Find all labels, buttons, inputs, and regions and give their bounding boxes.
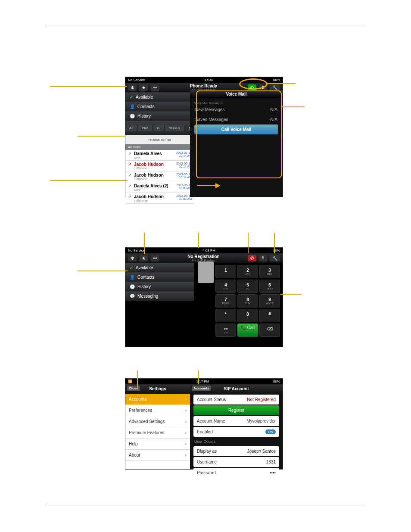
reg-status: No Registration xyxy=(160,254,247,259)
call-button[interactable]: 📞 Call xyxy=(237,324,258,337)
user-details-header: User Details xyxy=(190,438,283,445)
settings-item[interactable]: Help› xyxy=(125,439,190,450)
settings-item[interactable]: About› xyxy=(125,450,190,461)
name-value: Myvoipprovider xyxy=(246,419,276,423)
nav-contacts[interactable]: 👤Contacts xyxy=(125,272,194,282)
phone-status: Phone Ready xyxy=(160,84,247,88)
key-3[interactable]: 3DEF xyxy=(259,265,280,278)
tab-missed[interactable]: Missed xyxy=(165,125,184,131)
vm-icon[interactable]: ⚯ xyxy=(151,255,159,261)
password-label: Password xyxy=(197,470,216,475)
nav-messaging[interactable]: 💬Messaging xyxy=(125,291,194,301)
key-2[interactable]: 2ABC xyxy=(237,265,258,278)
voicemail-panel: Voice Mail Voice Mail Messages New Messa… xyxy=(190,90,283,197)
key-#[interactable]: # xyxy=(259,309,280,322)
screenshot-dialpad: No Service 4:08 PM 80% ✻ ★ ⚯ No Registra… xyxy=(125,247,283,347)
star-icon[interactable]: ★ xyxy=(139,255,148,261)
key-5[interactable]: 5JKL xyxy=(237,280,258,293)
calls-header: All Calls xyxy=(125,144,194,150)
settings-item[interactable]: Preferences› xyxy=(125,405,190,416)
call-icon[interactable]: ✆ xyxy=(248,255,256,261)
settings-item[interactable]: Accounts› xyxy=(125,394,190,405)
settings-item[interactable]: Advanced Settings› xyxy=(125,416,190,427)
vm-new-label: New Messages xyxy=(195,107,224,112)
status-service: No Service xyxy=(128,78,145,82)
tab-in[interactable]: In xyxy=(153,125,165,131)
key-0[interactable]: 0+ xyxy=(237,309,258,322)
key-9[interactable]: 9WXYZ xyxy=(259,294,280,308)
nav-available[interactable]: ✔Available xyxy=(125,92,194,102)
call-row[interactable]: ↗Jacob Hudsonsoftphone2013-06-1310:14 AM xyxy=(125,161,194,171)
screenshot-settings: 📶 1:17 PM 80% Close Settings Accounts›Pr… xyxy=(125,378,283,470)
sip-panel: Accounts SIP Account Account StatusNot R… xyxy=(190,384,283,469)
vm-saved-label: Saved Messages xyxy=(195,117,228,122)
enabled-toggle[interactable]: ON xyxy=(265,429,276,434)
settings-sidebar: Close Settings Accounts›Preferences›Adva… xyxy=(125,384,190,469)
vm-section: Voice Mail Messages xyxy=(194,102,278,105)
nav-history[interactable]: 🕘History xyxy=(125,111,194,121)
username-value: 1331 xyxy=(266,460,276,464)
key-8[interactable]: 8TUV xyxy=(237,294,258,308)
vm-title: Voice Mail xyxy=(190,90,283,98)
name-label: Account Name xyxy=(197,419,225,423)
call-vm-button[interactable]: Call Voice Mail xyxy=(194,124,278,134)
wrench-icon[interactable]: 🔧 xyxy=(270,255,280,261)
display-label: Display as xyxy=(197,449,217,454)
star-icon[interactable]: ★ xyxy=(139,84,148,91)
flower-icon[interactable]: ✻ xyxy=(128,255,137,261)
tab-all[interactable]: All xyxy=(125,125,138,131)
key-6[interactable]: 6MNO xyxy=(259,280,280,293)
nav-history[interactable]: 🕘History xyxy=(125,282,194,291)
flower-icon[interactable]: ✻ xyxy=(128,84,137,91)
nav-contacts[interactable]: 👤Contacts xyxy=(125,102,194,111)
screenshot-voicemail: No Service 15:40 60% ✻ ★ ⚯ Phone Ready M… xyxy=(125,77,283,197)
status-bar: No Service 4:08 PM 80% xyxy=(125,248,283,253)
status-bar: No Service 15:40 60% xyxy=(125,77,283,83)
vm-button[interactable]: ⚯VM xyxy=(215,324,236,337)
settings-title: Close Settings xyxy=(125,384,190,394)
dialpad-icon[interactable]: ⠿ xyxy=(259,255,267,261)
sip-title: Accounts SIP Account xyxy=(190,384,283,394)
tab-out[interactable]: Out xyxy=(138,125,153,131)
vm-saved-val: N/A xyxy=(270,117,277,122)
key-7[interactable]: 7PQRS xyxy=(215,294,236,308)
vm-icon[interactable]: ⚯ xyxy=(151,84,159,91)
key-*[interactable]: * xyxy=(215,309,236,322)
status-battery: 60% xyxy=(273,78,280,82)
display-value: Joseph Santos xyxy=(247,449,276,454)
call-row[interactable]: ↗Daniela Alves (2)work2013-06-1310:09 AM xyxy=(125,182,194,193)
status-label: Account Status xyxy=(197,397,226,402)
status-time: 15:40 xyxy=(205,78,213,82)
close-button[interactable]: Close xyxy=(127,386,140,391)
password-value: •••• xyxy=(270,470,276,475)
vm-new-val: N/A xyxy=(270,107,277,112)
key-4[interactable]: 4GHI xyxy=(215,280,236,293)
call-row[interactable]: ↗Jacob Hudsonsoftphone2013-06-1310:08 AM xyxy=(125,193,194,204)
call-row[interactable]: ↗Jacob Hudsonsoftphone2013-06-1310:14 AM xyxy=(125,171,194,182)
settings-item[interactable]: Premium Features› xyxy=(125,427,190,439)
dialpad: 12ABC3DEF4GHI5JKL6MNO7PQRS8TUV9WXYZ*0+# … xyxy=(215,265,280,337)
history-tabs: All Out In Missed 🗑 xyxy=(125,121,194,135)
status-value: Not Registered xyxy=(247,397,276,402)
display-field[interactable] xyxy=(198,261,214,283)
call-row[interactable]: ↗Daniela Alveswork2013-06-1310:14 AM xyxy=(125,150,194,161)
enabled-label: Enabled xyxy=(197,429,213,434)
register-button[interactable]: Register xyxy=(193,405,279,415)
nav-available[interactable]: ✔Available xyxy=(125,263,194,272)
backspace-button[interactable]: ⌫ xyxy=(259,324,280,337)
back-button[interactable]: Accounts xyxy=(192,386,211,391)
username-label: Username xyxy=(197,460,217,464)
release-hint: release to hide xyxy=(125,135,194,144)
key-1[interactable]: 1 xyxy=(215,265,236,278)
